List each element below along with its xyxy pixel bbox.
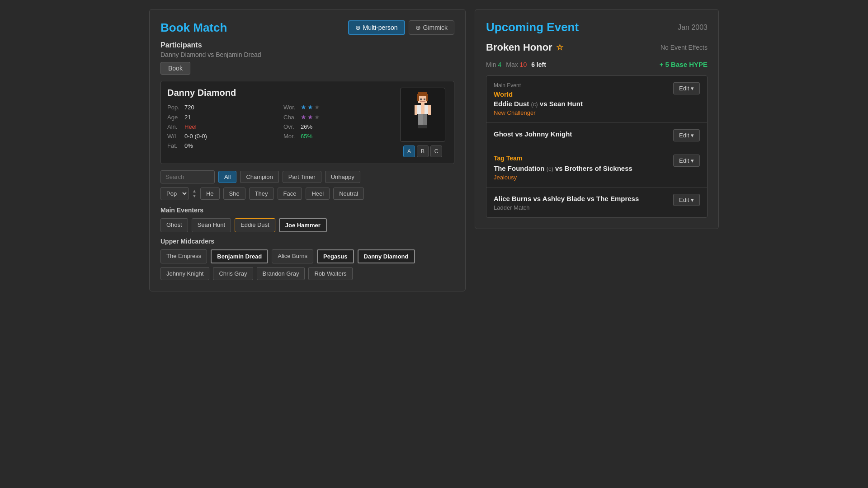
chip-ghost[interactable]: Ghost	[160, 218, 188, 232]
fat-value: 0%	[184, 142, 193, 149]
chip-johnny-knight[interactable]: Johnny Knight	[160, 267, 209, 280]
chip-the-empress[interactable]: The Empress	[160, 249, 207, 263]
wrestler-pixel-art	[409, 92, 436, 137]
svg-rect-15	[418, 114, 423, 125]
svg-rect-12	[428, 105, 431, 112]
pop-label: Pop.	[167, 104, 182, 111]
filter-unhappy[interactable]: Unhappy	[325, 171, 360, 183]
chip-danny-diamond[interactable]: Danny Diamond	[358, 249, 415, 263]
match-content-2: Ghost vs Johnny Knight	[494, 129, 669, 139]
filter-champion[interactable]: Champion	[240, 171, 278, 183]
panel-header: Book Match Multi-person Gimmick	[160, 20, 454, 35]
right-header: Upcoming Event Jan 2003	[486, 20, 708, 34]
edit-button-1[interactable]: Edit ▾	[673, 82, 700, 94]
sprite-btn-c[interactable]: C	[430, 145, 442, 157]
sprite-btn-a[interactable]: A	[403, 145, 415, 157]
star1: ★	[301, 103, 307, 111]
chip-eddie-dust[interactable]: Eddie Dust	[235, 218, 275, 232]
cha-label: Cha.	[283, 114, 298, 121]
stat-worker: Wor. ★ ★ ★	[283, 103, 391, 111]
chip-sean-hunt[interactable]: Sean Hunt	[192, 218, 231, 232]
stat-min: Min 4	[486, 61, 501, 68]
match-note-4: Ladder Match	[494, 204, 669, 211]
match-item-4: Alice Burns vs Ashley Blade vs The Empre…	[486, 188, 707, 217]
stat-record: W/L 0-0 (0-0)	[167, 133, 274, 140]
wrestler-sprite: A B C	[398, 88, 448, 157]
hype-bonus: + 5 Base HYPE	[660, 61, 708, 68]
stat-charisma: Cha. ★ ★ ★	[283, 113, 391, 121]
wrestler-info: Danny Diamond Pop. 720 Wor. ★ ★ ★	[167, 88, 391, 157]
sprite-btn-b[interactable]: B	[417, 145, 429, 157]
chip-pegasus[interactable]: Pegasus	[317, 249, 354, 263]
sort-select[interactable]: Pop	[160, 187, 189, 200]
stat-ovr: Ovr. 26%	[283, 123, 391, 130]
aln-label: Aln.	[167, 123, 182, 130]
filter-she[interactable]: She	[223, 188, 245, 200]
match-note-1: New Challenger	[494, 109, 669, 116]
left-panel: Book Match Multi-person Gimmick Particip…	[149, 9, 466, 291]
filter-they[interactable]: They	[249, 188, 274, 200]
charisma-stars: ★ ★ ★	[301, 113, 320, 121]
cha-star2: ★	[307, 113, 313, 121]
event-name-row: Broken Honor ☆ No Event Effects	[486, 42, 708, 53]
age-label: Age	[167, 114, 182, 121]
sprite-box	[400, 88, 445, 142]
cha-star3: ★	[314, 113, 320, 121]
match-participants-3: The Foundation (c) vs Brothers of Sickne…	[494, 164, 669, 173]
svg-rect-0	[418, 92, 427, 94]
svg-rect-1	[417, 94, 428, 96]
right-panel: Upcoming Event Jan 2003 Broken Honor ☆ N…	[475, 9, 719, 229]
panel-title: Book Match	[160, 21, 227, 35]
edit-button-3[interactable]: Edit ▾	[673, 155, 700, 167]
chip-chris-gray[interactable]: Chris Gray	[213, 267, 253, 280]
stat-fatigue: Fat. 0%	[167, 142, 274, 149]
stat-slots-left: 6 left	[531, 61, 546, 68]
filter-part-timer[interactable]: Part Timer	[283, 171, 321, 183]
match-item-3: Tag Team The Foundation (c) vs Brothers …	[486, 148, 707, 188]
filter-row-1: All Champion Part Timer Unhappy	[160, 170, 454, 183]
no-effects-text: No Event Effects	[660, 44, 708, 51]
upper-midcarders-chips: The Empress Benjamin Dread Alice Burns P…	[160, 249, 453, 280]
svg-rect-7	[420, 101, 425, 102]
star3: ★	[314, 103, 320, 111]
edit-button-2[interactable]: Edit ▾	[673, 129, 700, 141]
search-input[interactable]	[160, 170, 215, 183]
chip-joe-hammer[interactable]: Joe Hammer	[279, 218, 327, 232]
sort-arrows[interactable]: ▲ ▼	[192, 189, 197, 198]
svg-rect-18	[423, 125, 427, 128]
fat-label: Fat.	[167, 142, 182, 149]
event-star-icon[interactable]: ☆	[556, 42, 563, 52]
ovr-value: 26%	[301, 123, 312, 130]
book-button[interactable]: Book	[160, 62, 190, 75]
stat-pop: Pop. 720	[167, 103, 274, 111]
filter-neutral[interactable]: Neutral	[333, 188, 364, 200]
stat-morale: Mor. 65%	[283, 133, 391, 140]
filter-bar: All Champion Part Timer Unhappy Pop ▲ ▼ …	[160, 170, 454, 200]
sort-up-icon: ▲	[192, 189, 197, 193]
filter-heel[interactable]: Heel	[306, 188, 330, 200]
multi-person-button[interactable]: Multi-person	[348, 20, 405, 35]
chip-benjamin-dread[interactable]: Benjamin Dread	[211, 249, 268, 263]
svg-rect-6	[424, 99, 425, 100]
cha-star1: ★	[301, 113, 307, 121]
worker-stars: ★ ★ ★	[301, 103, 320, 111]
match-participants-1: Eddie Dust (c) vs Sean Hunt	[494, 99, 669, 108]
filter-all[interactable]: All	[218, 171, 236, 183]
event-stats-left: Min 4 Max 10 6 left	[486, 61, 546, 68]
match-note-3: Jealousy	[494, 174, 669, 181]
filter-he[interactable]: He	[200, 188, 220, 200]
worker-label: Wor.	[283, 104, 298, 111]
event-date: Jan 2003	[678, 23, 708, 32]
champion-tag-2: (c)	[547, 165, 553, 172]
gimmick-button[interactable]: Gimmick	[409, 20, 454, 35]
stat-max: Max 10	[506, 61, 527, 68]
chip-rob-walters[interactable]: Rob Walters	[308, 267, 352, 280]
age-value: 21	[184, 114, 191, 121]
wrestler-card: Danny Diamond Pop. 720 Wor. ★ ★ ★	[160, 81, 454, 164]
chip-brandon-gray[interactable]: Brandon Gray	[257, 267, 305, 280]
stat-alignment: Aln. Heel	[167, 123, 274, 130]
match-type-tag: Tag Team	[494, 155, 669, 162]
edit-button-4[interactable]: Edit ▾	[673, 194, 700, 206]
chip-alice-burns[interactable]: Alice Burns	[272, 249, 313, 263]
filter-face[interactable]: Face	[278, 188, 302, 200]
